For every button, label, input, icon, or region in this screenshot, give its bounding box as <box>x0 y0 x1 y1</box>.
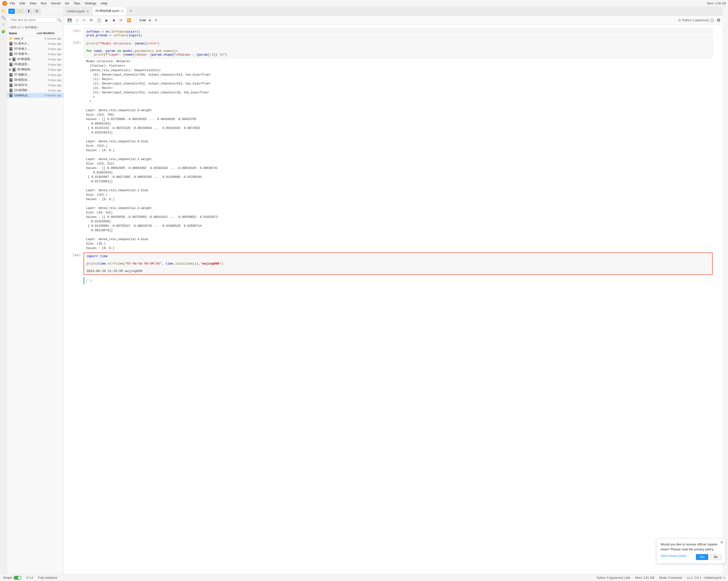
menu-edit[interactable]: Edit <box>18 1 27 6</box>
cell-output-13: Model structure: Network< (flatten): Fla… <box>83 58 713 252</box>
notebook-icon: 📓 <box>9 83 13 87</box>
file-table-header: Name Last Modified <box>7 31 63 36</box>
tab-untitled[interactable]: Untitled.ipynb ✕ <box>64 7 93 16</box>
notebook-icon: 📓 <box>9 47 13 51</box>
new-tab-button[interactable]: + <box>127 9 135 14</box>
menu-view[interactable]: View <box>27 1 38 6</box>
file-name: 04-数据集... <box>17 57 38 61</box>
file-name: 05-数据变... <box>14 62 38 67</box>
new-launcher-button[interactable]: + <box>8 9 15 14</box>
notification-yes-button[interactable]: Yes <box>696 554 708 560</box>
list-item[interactable]: 📓 10-使用静... 8 days ago <box>7 88 63 93</box>
memory-display: Mem: 2.81 GB <box>635 576 654 580</box>
kernel-info: Python 3 (ipykernel) <box>678 19 714 22</box>
kernel-running-indicator <box>9 69 11 71</box>
list-item[interactable]: 📓 07-函数式... 8 days ago <box>7 72 63 77</box>
cell-input-14[interactable]: import time print(time.strftime("%Y-%m-%… <box>83 253 713 275</box>
cell-input-12[interactable]: softmax = nn.Softmax(axis=1) pred_probab… <box>83 28 713 39</box>
notebook-icon: 📓 <box>9 52 13 56</box>
copy-cell-button[interactable]: ⧉ <box>88 17 94 23</box>
sidebar-icon-search[interactable]: 🔍 <box>1 15 6 20</box>
notebook-icon: 📓 <box>9 42 13 46</box>
notification-close-button[interactable]: ✕ <box>720 540 723 545</box>
cell-type-select[interactable]: Code <box>136 18 152 23</box>
sidebar-icon-folder[interactable]: 📁 <box>1 8 6 14</box>
privacy-policy-link[interactable]: Open privacy policy <box>660 554 686 560</box>
list-item[interactable]: 📓 02-快速入... 8 days ago <box>7 46 63 51</box>
list-item[interactable]: 📓 03-张量Te... 8 days ago <box>7 51 63 57</box>
col-name-header[interactable]: Name <box>9 32 37 35</box>
menu-run[interactable]: Run <box>39 1 49 6</box>
add-cell-button[interactable]: + <box>74 18 80 23</box>
cell-13: [13]: print(f"Model structure: {model}\n… <box>64 39 723 252</box>
left-sidebar-icons: 📁 🔍 ⑂ 🧩 <box>0 7 7 574</box>
menu-kernel[interactable]: Kernel <box>49 1 62 6</box>
cell-body-empty[interactable]: { }: <box>83 276 723 285</box>
mem-display: Mem: 4.08 GB <box>707 2 726 5</box>
list-item[interactable]: 📓 01-基本介... 8 days ago <box>7 41 63 46</box>
cell-body-12[interactable]: softmax = nn.Softmax(axis=1) pred_probab… <box>83 28 723 39</box>
svg-text:J: J <box>4 2 5 5</box>
paste-cell-button[interactable]: 📋 <box>95 18 103 23</box>
list-item[interactable]: 📓 08-模型训... 8 days ago <box>7 77 63 82</box>
file-date: 8 days ago <box>39 79 61 81</box>
cell-input-13[interactable]: print(f"Model structure: {model}\n\n") f… <box>83 40 713 58</box>
list-item[interactable]: 📓 05-数据变... 8 days ago <box>7 62 63 67</box>
upload-button[interactable]: ⬆ <box>25 9 32 14</box>
cell-empty: { }: <box>64 275 723 286</box>
open-folder-button[interactable]: 📁 <box>16 9 24 14</box>
file-search-input[interactable] <box>9 17 57 23</box>
menu-help[interactable]: Help <box>99 1 109 6</box>
notebook-icon: 📓 <box>9 88 13 93</box>
refresh-button[interactable]: ↻ <box>153 18 159 23</box>
breadcrumb: / 初学入门 / 初学教程 / <box>7 24 63 31</box>
list-item[interactable]: 📓 06-网络构... 8 days ago <box>7 67 63 72</box>
stop-kernel-button[interactable]: ■ <box>111 18 116 23</box>
tab-close-untitled[interactable]: ✕ <box>86 9 89 14</box>
tab-network[interactable]: 06-网络构建.ipynb ✕ <box>93 7 127 16</box>
restart-kernel-button[interactable]: ↺ <box>118 18 124 23</box>
file-browser: + 📁 ⬆ ↻ 🔍 / 初学入门 / 初学教程 / Name Last Modi… <box>7 7 64 574</box>
tab-close-network[interactable]: ✕ <box>121 9 124 13</box>
cell-body-14[interactable]: import time print(time.strftime("%Y-%m-%… <box>83 253 723 275</box>
simple-label: Simple <box>3 576 12 580</box>
file-date: 8 days ago <box>39 73 61 76</box>
jupyter-logo: J <box>2 1 7 6</box>
toggle-switch[interactable] <box>14 576 22 580</box>
menu-git[interactable]: Git <box>63 1 71 6</box>
run-cell-button[interactable]: ▶ <box>104 18 110 23</box>
restart-run-all-button[interactable]: ⏩ <box>125 18 133 23</box>
notification-popup: ✕ Would you like to receive official Jup… <box>656 538 726 564</box>
notification-buttons: Open privacy policy Yes No <box>660 554 721 560</box>
list-item[interactable]: 📓 09-保存与... 8 days ago <box>7 82 63 88</box>
active-cell-indicator <box>83 277 84 284</box>
list-item[interactable]: 📓 Untitled.ip... 4 minutes ago <box>7 93 63 98</box>
notification-no-button[interactable]: No <box>710 554 721 560</box>
list-item[interactable]: 📓 04-数据集... 8 days ago <box>7 57 63 62</box>
file-name: 01-基本介... <box>14 42 38 46</box>
file-name: 10-使用静... <box>14 88 38 93</box>
menu-settings[interactable]: Settings <box>83 1 98 6</box>
file-name: 07-函数式... <box>14 73 38 77</box>
search-icon: 🔍 <box>58 18 61 22</box>
sidebar-icon-extensions[interactable]: 🧩 <box>1 29 6 34</box>
mode-display: Mode: Command <box>659 576 682 580</box>
simple-mode-toggle[interactable]: Simple <box>3 576 22 580</box>
save-button[interactable]: 💾 <box>66 18 73 23</box>
statusbar: Simple 0 3 4 Fully initialized Python 3 … <box>0 574 728 581</box>
cut-cell-button[interactable]: ✂ <box>81 18 87 23</box>
cell-body-13[interactable]: print(f"Model structure: {model}\n\n") f… <box>83 40 723 252</box>
cell-label-13: [13]: <box>64 40 83 252</box>
menu-file[interactable]: File <box>8 1 17 6</box>
refresh-button[interactable]: ↻ <box>33 9 41 14</box>
sidebar-icon-git[interactable]: ⑂ <box>1 22 6 27</box>
file-name: 06-网络构... <box>17 68 38 72</box>
menu-tabs[interactable]: Tabs <box>72 1 82 6</box>
toggle-knob <box>18 576 21 579</box>
list-item[interactable]: 📁 rank_0 9 minutes ago <box>7 36 63 41</box>
notebook-icon: 📓 <box>9 78 13 82</box>
main-content: Untitled.ipynb ✕ 06-网络构建.ipynb ✕ + 💾 + ✂… <box>64 7 723 574</box>
settings-icon[interactable]: ⚙ <box>717 18 721 23</box>
kernel-name: Python 3 (ipykernel) <box>682 19 709 22</box>
menubar: J File Edit View Run Kernel Git Tabs Set… <box>0 0 728 7</box>
